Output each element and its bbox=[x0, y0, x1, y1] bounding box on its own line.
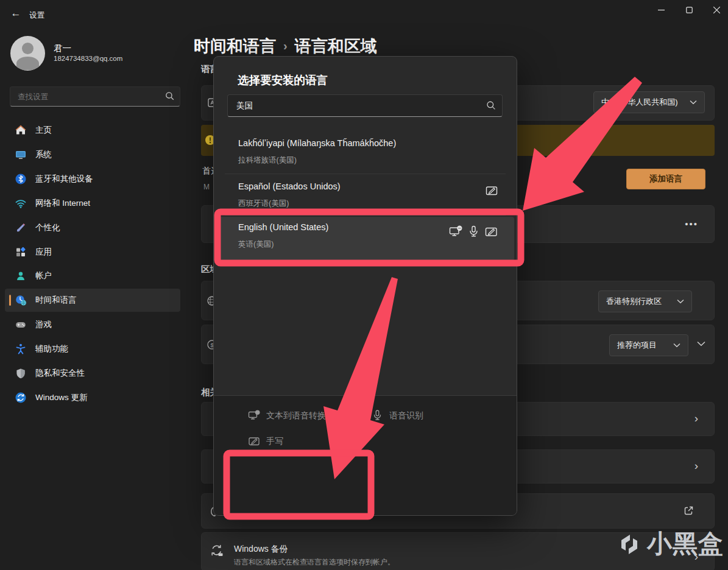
home-icon bbox=[15, 124, 27, 136]
sidebar-item-label: 隐私和安全性 bbox=[35, 368, 85, 379]
sidebar-item-label: 网络和 Internet bbox=[35, 198, 90, 209]
breadcrumb: 时间和语言›语言和区域 bbox=[194, 35, 377, 57]
chevron-down-icon bbox=[673, 343, 680, 348]
settings-window: ← 设置 君一 1824734833@qq.com 主页 系统 蓝牙和其他设备 … bbox=[0, 0, 728, 570]
legend-speech: 语音识别 bbox=[371, 409, 423, 422]
windows-backup-title: Windows 备份 bbox=[234, 544, 288, 555]
regional-format-dropdown[interactable]: 推荐的项目 bbox=[609, 334, 688, 356]
search-settings-box[interactable] bbox=[10, 86, 180, 107]
external-link-icon bbox=[683, 505, 694, 516]
minimize-button[interactable] bbox=[647, 0, 675, 19]
sidebar-item-label: 个性化 bbox=[35, 222, 60, 233]
language-name: English (United States) bbox=[238, 222, 328, 232]
bluetooth-icon bbox=[15, 173, 27, 185]
display-language-value: 中文(中华人民共和国) bbox=[601, 97, 678, 108]
chevron-down-icon bbox=[690, 100, 697, 105]
handwriting-icon bbox=[248, 435, 261, 448]
add-language-button[interactable]: 添加语言 bbox=[626, 169, 705, 189]
sidebar-item-gaming[interactable]: 游戏 bbox=[5, 313, 180, 336]
clock-globe-icon bbox=[15, 294, 27, 306]
legend-handwriting-label: 手写 bbox=[266, 436, 283, 447]
language-name: Lakȟólʼiyapi (Mílahaŋska Tȟamákȟočhe) bbox=[238, 138, 396, 148]
sidebar-item-label: 蓝牙和其他设备 bbox=[35, 174, 93, 185]
breadcrumb-separator: › bbox=[283, 39, 288, 52]
microphone-icon bbox=[467, 225, 481, 239]
accessibility-icon bbox=[15, 343, 27, 355]
language-localized: 英语(美国) bbox=[238, 239, 274, 250]
preferred-language-desc-fragment: M bbox=[203, 183, 210, 191]
regional-format-value: 推荐的项目 bbox=[617, 340, 657, 351]
country-region-value: 香港特别行政区 bbox=[606, 296, 662, 307]
choose-language-dialog: 选择要安装的语言 Lakȟólʼiyapi (Mílahaŋska Tȟamák… bbox=[213, 56, 517, 516]
handwriting-icon bbox=[484, 225, 498, 239]
sidebar-item-time-language[interactable]: 时间和语言 bbox=[5, 289, 180, 312]
close-button[interactable] bbox=[702, 0, 728, 19]
back-arrow-icon[interactable]: ← bbox=[9, 6, 23, 21]
language-option-english[interactable]: English (United States) 英语(美国) bbox=[214, 215, 517, 262]
avatar[interactable] bbox=[10, 36, 45, 71]
person-icon bbox=[15, 270, 27, 282]
sync-icon bbox=[209, 543, 225, 558]
sidebar-item-label: 系统 bbox=[35, 149, 52, 160]
update-icon bbox=[15, 392, 27, 404]
language-option-spanish[interactable]: Español (Estados Unidos) 西班牙语(美国) bbox=[214, 174, 517, 214]
sidebar-item-windows-update[interactable]: Windows 更新 bbox=[5, 386, 180, 409]
expander-chevron-icon[interactable] bbox=[697, 341, 705, 347]
sidebar-item-label: 游戏 bbox=[35, 319, 52, 330]
breadcrumb-parent[interactable]: 时间和语言 bbox=[194, 37, 276, 55]
search-icon bbox=[486, 100, 496, 110]
language-localized: 西班牙语(美国) bbox=[238, 199, 289, 209]
selected-accent-bar bbox=[217, 230, 219, 246]
chevron-right-icon: › bbox=[694, 459, 698, 473]
chevron-right-icon: › bbox=[694, 550, 698, 563]
windows-backup-desc: 语言和区域格式在检查语言首选项时保存到帐户。 bbox=[234, 557, 395, 568]
sidebar-item-label: 辅助功能 bbox=[35, 343, 68, 354]
apps-icon bbox=[15, 246, 27, 258]
microphone-icon bbox=[371, 409, 384, 422]
dialog-search-box[interactable] bbox=[227, 94, 503, 117]
sidebar-item-privacy[interactable]: 隐私和安全性 bbox=[5, 362, 180, 385]
dialog-footer: 文本到语音转换 语音识别 手写 下一页 取消 bbox=[214, 395, 517, 515]
chevron-down-icon bbox=[677, 299, 684, 304]
legend-speech-label: 语音识别 bbox=[389, 410, 423, 421]
legend-tts-label: 文本到语音转换 bbox=[266, 410, 326, 421]
gamepad-icon bbox=[15, 318, 27, 331]
search-input[interactable] bbox=[16, 88, 159, 105]
sidebar-item-network[interactable]: 网络和 Internet bbox=[5, 192, 180, 215]
handwriting-icon bbox=[485, 184, 498, 197]
brush-icon bbox=[15, 222, 27, 234]
sidebar-item-accounts[interactable]: 帐户 bbox=[5, 264, 180, 287]
user-email: 1824734833@qq.com bbox=[54, 55, 122, 62]
sidebar-item-label: 主页 bbox=[35, 125, 52, 136]
display-language-dropdown[interactable]: 中文(中华人民共和国) bbox=[593, 91, 705, 113]
language-option-lakota[interactable]: Lakȟólʼiyapi (Mílahaŋska Tȟamákȟočhe) 拉科… bbox=[214, 131, 517, 172]
legend-tts: 文本到语音转换 bbox=[248, 409, 326, 422]
search-icon bbox=[165, 91, 174, 100]
language-name: Español (Estados Unidos) bbox=[238, 181, 341, 191]
text-to-speech-icon bbox=[449, 225, 463, 239]
shield-icon bbox=[15, 367, 27, 379]
chevron-right-icon: › bbox=[694, 412, 698, 425]
sidebar-item-system[interactable]: 系统 bbox=[5, 143, 180, 166]
wifi-icon bbox=[15, 197, 27, 209]
sidebar-item-personalization[interactable]: 个性化 bbox=[5, 216, 180, 239]
sidebar-item-bluetooth[interactable]: 蓝牙和其他设备 bbox=[5, 167, 180, 191]
more-options-icon[interactable]: ••• bbox=[685, 219, 698, 229]
sidebar-item-label: 帐户 bbox=[35, 270, 52, 281]
selected-accent-bar bbox=[9, 295, 11, 306]
sidebar-item-label: 应用 bbox=[35, 247, 52, 258]
sidebar-item-home[interactable]: 主页 bbox=[5, 119, 180, 142]
maximize-button[interactable] bbox=[675, 0, 703, 19]
dialog-search-input[interactable] bbox=[235, 96, 481, 116]
legend-handwriting: 手写 bbox=[248, 435, 283, 448]
windows-backup-row[interactable]: Windows 备份 语言和区域格式在检查语言首选项时保存到帐户。 › bbox=[201, 532, 715, 570]
system-icon bbox=[15, 149, 27, 161]
sidebar-item-apps[interactable]: 应用 bbox=[5, 241, 180, 264]
window-title: 设置 bbox=[29, 10, 44, 21]
dialog-title: 选择要安装的语言 bbox=[238, 72, 328, 88]
sidebar-item-accessibility[interactable]: 辅助功能 bbox=[5, 337, 180, 361]
text-to-speech-icon bbox=[248, 409, 261, 422]
breadcrumb-current: 语言和区域 bbox=[295, 37, 377, 55]
sidebar-item-label: Windows 更新 bbox=[35, 392, 88, 403]
country-region-dropdown[interactable]: 香港特别行政区 bbox=[598, 290, 692, 312]
